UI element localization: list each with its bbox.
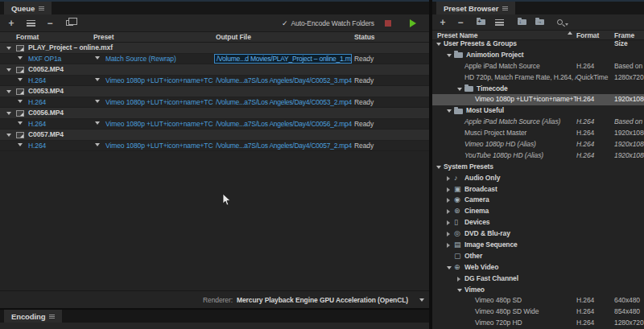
tab-queue[interactable]: Queue	[4, 2, 52, 14]
expanded-arrow-icon[interactable]	[457, 289, 464, 292]
output-file-link[interactable]: /Volume...a7S/Los Angeles/Day4/C0053_2.m…	[216, 97, 352, 109]
preset-group-row[interactable]: User Presets & Groups	[432, 39, 644, 50]
preset-item-row[interactable]: Apple iPad Match Source (Alias)H.264Base…	[432, 117, 644, 128]
output-preset-dropdown[interactable]: Vimeo 1080p +LUT+icon+name+TC	[95, 97, 213, 109]
preset-value[interactable]: Vimeo 1080p +LUT+icon+name+TC	[105, 120, 213, 128]
expanded-arrow-icon[interactable]	[447, 109, 454, 113]
queue-source-row[interactable]: C0053.MP4	[0, 86, 429, 97]
tab-encoding[interactable]: Encoding	[4, 310, 62, 323]
stop-queue-button[interactable]	[382, 17, 394, 30]
auto-encode-checkbox[interactable]: ✓ Auto-Encode Watch Folders	[282, 19, 374, 27]
preset-item-row[interactable]: YouTube 1080p HD (Alias)H.2641920x1080	[432, 150, 644, 162]
preset-item-row[interactable]: Musci Project MasterH.2641920x1080	[432, 128, 644, 139]
expanded-arrow-icon[interactable]	[436, 166, 444, 169]
preset-group-row[interactable]: Most Useful	[432, 105, 644, 117]
delete-preset-button[interactable]: −	[454, 16, 467, 29]
collapsed-arrow-icon[interactable]	[447, 187, 454, 192]
output-file-link[interactable]: /Volume...a7S/Los Angeles/Day4/C0052_3.m…	[216, 76, 352, 87]
collapsed-arrow-icon[interactable]	[447, 209, 454, 214]
output-format-dropdown[interactable]: H.264	[18, 119, 46, 130]
preset-item-row[interactable]: HD 720p, Match Frame Rate, H.264, AAC...…	[432, 72, 644, 84]
column-header-format[interactable]: Format	[16, 33, 39, 41]
collapsed-arrow-icon[interactable]	[447, 220, 454, 225]
search-button[interactable]	[556, 16, 569, 29]
preset-group-row[interactable]: ♪Audio Only	[432, 173, 644, 184]
start-queue-button[interactable]	[407, 17, 419, 30]
column-header-status[interactable]: Status	[354, 33, 374, 41]
queue-output-row[interactable]: H.264Vimeo 1080p +LUT+icon+name+TC/Volum…	[0, 97, 429, 109]
preset-value[interactable]: Match Source (Rewrap)	[105, 55, 176, 63]
format-value[interactable]: H.264	[28, 98, 46, 106]
sort-ascending-icon[interactable]	[568, 31, 572, 35]
create-preset-button[interactable]: +	[436, 16, 449, 29]
output-format-dropdown[interactable]: H.264	[18, 141, 46, 152]
expanded-arrow-icon[interactable]	[436, 43, 444, 46]
collapsed-arrow-icon[interactable]	[457, 277, 464, 282]
preset-group-row[interactable]: DG Fast Channel	[432, 273, 644, 285]
preset-group-row[interactable]: Vimeo	[432, 285, 644, 296]
format-value[interactable]: H.264	[28, 142, 46, 150]
preset-item-row[interactable]: ▢Other	[432, 251, 644, 262]
preset-item-row[interactable]: Vimeo 480p SD WideH.264854x480	[432, 306, 644, 318]
collapse-icon[interactable]	[6, 68, 11, 72]
panel-menu-icon[interactable]	[49, 315, 55, 319]
column-header-preset[interactable]: Preset	[93, 33, 114, 41]
add-output-button[interactable]	[24, 17, 37, 30]
duplicate-button[interactable]	[63, 17, 76, 30]
preset-group-row[interactable]: ▤Image Sequence	[432, 240, 644, 251]
export-preset-button[interactable]: →	[533, 16, 546, 29]
preset-group-row[interactable]: ⊕Web Video	[432, 262, 644, 273]
preset-item-row[interactable]: Vimeo 1080p +LUT+icon+name+TCH.2641920x1…	[432, 94, 644, 105]
queue-source-row[interactable]: C0057.MP4	[0, 130, 429, 141]
preset-group-row[interactable]: System Presets	[432, 162, 644, 173]
output-preset-dropdown[interactable]: Vimeo 1080p +LUT+icon+name+TC	[95, 119, 213, 130]
expanded-arrow-icon[interactable]	[447, 54, 454, 57]
renderer-dropdown[interactable]: Mercury Playback Engine GPU Acceleration…	[237, 296, 408, 304]
collapse-icon[interactable]	[6, 90, 11, 93]
output-file-link[interactable]: /Volume...d Movies/PLAY_Project – online…	[214, 54, 352, 64]
collapse-icon[interactable]	[6, 112, 11, 115]
collapsed-arrow-icon[interactable]	[447, 243, 454, 248]
preset-value[interactable]: Vimeo 1080p +LUT+icon+name+TC	[105, 142, 213, 150]
queue-output-row[interactable]: H.264Vimeo 1080p +LUT+icon+name+TC/Volum…	[0, 76, 429, 87]
preset-item-row[interactable]: Apple iPad Match SourceH.264Based on sou…	[432, 61, 644, 72]
panel-menu-icon[interactable]	[39, 6, 44, 10]
collapsed-arrow-icon[interactable]	[447, 176, 454, 181]
queue-output-row[interactable]: H.264Vimeo 1080p +LUT+icon+name+TC/Volum…	[0, 119, 429, 130]
collapsed-arrow-icon[interactable]	[447, 198, 454, 203]
column-header-preset-name[interactable]: Preset Name	[437, 31, 477, 39]
output-format-dropdown[interactable]: H.264	[18, 97, 46, 109]
preset-group-row[interactable]: ▣Broadcast	[432, 184, 644, 195]
collapse-icon[interactable]	[6, 47, 11, 50]
expanded-arrow-icon[interactable]	[447, 266, 454, 269]
collapsed-arrow-icon[interactable]	[447, 232, 454, 236]
expanded-arrow-icon[interactable]	[457, 88, 464, 91]
queue-source-row[interactable]: C0056.MP4	[0, 108, 429, 119]
preset-item-row[interactable]: Vimeo 480p SDH.264640x480	[432, 295, 644, 306]
queue-source-row[interactable]: PLAY_Project – online.mxf	[0, 43, 429, 54]
panel-menu-icon[interactable]	[502, 6, 508, 10]
preset-settings-button[interactable]	[493, 16, 506, 29]
renderer-caret-icon[interactable]	[419, 298, 424, 302]
preset-group-row[interactable]: ⊛Cinema	[432, 206, 644, 217]
output-preset-dropdown[interactable]: Vimeo 1080p +LUT+icon+name+TC	[95, 141, 213, 152]
preset-group-row[interactable]: ◉Camera	[432, 195, 644, 206]
output-file-link[interactable]: /Volume...a7S/Los Angeles/Day4/C0056_2.m…	[216, 119, 352, 130]
import-preset-button[interactable]: ↓	[515, 16, 528, 29]
output-file-link[interactable]: /Volume...a7S/Los Angeles/Day4/C0057_2.m…	[216, 141, 352, 152]
output-preset-dropdown[interactable]: Vimeo 1080p +LUT+icon+name+TC	[95, 76, 213, 87]
preset-value[interactable]: Vimeo 1080p +LUT+icon+name+TC	[105, 98, 213, 106]
collapse-icon[interactable]	[6, 134, 11, 137]
format-value[interactable]: MXF OP1a	[28, 55, 61, 63]
queue-output-row[interactable]: MXF OP1aMatch Source (Rewrap)/Volume...d…	[0, 54, 429, 65]
preset-item-row[interactable]: Vimeo 720p HDH.2641280x720	[432, 318, 644, 329]
preset-value[interactable]: Vimeo 1080p +LUT+icon+name+TC	[105, 76, 213, 84]
column-header-format[interactable]: Format	[576, 31, 599, 39]
queue-source-row[interactable]: C0052.MP4	[0, 64, 429, 76]
create-group-button[interactable]: +	[474, 16, 487, 29]
preset-group-row[interactable]: Timecode	[432, 84, 644, 95]
preset-group-row[interactable]: ◎DVD & Blu-ray	[432, 228, 644, 240]
output-format-dropdown[interactable]: MXF OP1a	[18, 54, 61, 65]
queue-output-row[interactable]: H.264Vimeo 1080p +LUT+icon+name+TC/Volum…	[0, 141, 429, 152]
output-preset-dropdown[interactable]: Match Source (Rewrap)	[95, 54, 176, 65]
